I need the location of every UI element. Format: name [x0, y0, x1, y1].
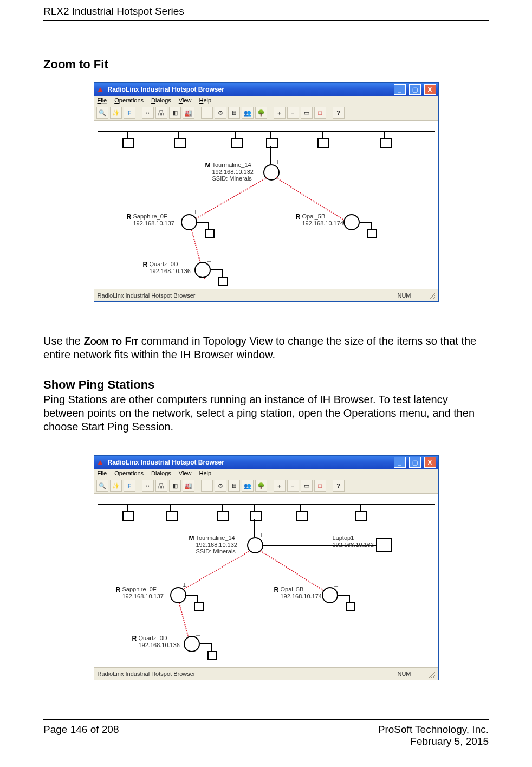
- topology-canvas[interactable]: ⟂ M Tourmaline_14 192.168.10.132 SSID: M…: [94, 121, 438, 289]
- label-master: Tourmaline_14 192.168.10.132 SSID: Miner…: [196, 534, 245, 555]
- node-sapphire[interactable]: [170, 587, 186, 603]
- page-header: RLX2 Industrial Hotspot Series: [43, 5, 489, 21]
- menu-help[interactable]: Help: [199, 97, 211, 104]
- menu-dialogs[interactable]: Dialogs: [151, 97, 171, 104]
- tool-wand-icon[interactable]: ✨: [110, 480, 122, 492]
- ping-description: Ping Stations are other computers runnin…: [43, 393, 489, 434]
- role-sapphire: R: [127, 213, 132, 221]
- label-master: Tourmaline_14 192.168.10.132 SSID: Miner…: [212, 162, 261, 182]
- node-opal[interactable]: [343, 214, 360, 230]
- resize-grip-icon[interactable]: [427, 292, 435, 299]
- menubar: File Operations Dialogs View Help: [94, 469, 438, 478]
- window-title: RadioLinx Industrial Hotspot Browser: [108, 86, 224, 93]
- tool-help-icon[interactable]: ?: [333, 107, 345, 119]
- tool-tree-icon[interactable]: 🌳: [255, 107, 267, 119]
- menu-view[interactable]: View: [179, 97, 192, 104]
- maximize-button[interactable]: ▢: [409, 84, 421, 95]
- section-title-zoom: Zoom to Fit: [43, 57, 489, 72]
- tool-zoomin-icon[interactable]: ＋: [274, 107, 286, 119]
- label-sapphire: Sapphire_0E 192.168.10.137: [133, 213, 179, 227]
- tool-zoomin-icon[interactable]: ＋: [274, 480, 286, 492]
- status-num: NUM: [397, 671, 411, 677]
- antenna-icon: ⟂: [193, 209, 197, 215]
- statusbar: RadioLinx Industrial Hotspot Browser NUM: [94, 667, 438, 680]
- app-icon: [98, 87, 103, 92]
- antenna-icon: ⟂: [196, 630, 200, 637]
- tool-node-icon[interactable]: ◧: [169, 480, 181, 492]
- menu-operations[interactable]: Operations: [114, 470, 144, 476]
- toolbar: 🔍 ✨ F ↔ 品 ◧ 🏭 ≡ ⚙ 🖥 👥 🌳 ＋ － ▭ □: [94, 478, 438, 494]
- tool-binoculars-icon[interactable]: 🔍: [96, 107, 108, 119]
- antenna-icon: ⟂: [276, 159, 280, 165]
- tool-connect-icon[interactable]: ↔: [142, 480, 154, 492]
- tool-monitor-icon[interactable]: 🖥: [228, 480, 240, 492]
- app-window-2: RadioLinx Industrial Hotspot Browser _ ▢…: [94, 455, 439, 680]
- tool-factory-icon[interactable]: 🏭: [183, 107, 194, 119]
- status-text: RadioLinx Industrial Hotspot Browser: [98, 671, 196, 677]
- tool-wand-icon[interactable]: ✨: [110, 107, 122, 119]
- menubar: File Operations Dialogs View Help: [94, 96, 438, 105]
- role-master: M: [189, 534, 194, 542]
- tool-flag-icon[interactable]: F: [124, 480, 135, 492]
- node-sapphire[interactable]: [181, 214, 197, 230]
- tool-zoomfit-icon[interactable]: ▭: [301, 480, 313, 492]
- menu-operations[interactable]: Operations: [114, 97, 144, 104]
- window-title: RadioLinx Industrial Hotspot Browser: [108, 459, 224, 466]
- antenna-icon: ⟂: [356, 209, 360, 215]
- tool-zoomout-icon[interactable]: －: [287, 107, 299, 119]
- zoom-description: Use the Zoom to Fit command in Topology …: [43, 334, 489, 362]
- close-button[interactable]: X: [424, 457, 436, 468]
- tool-list-icon[interactable]: ≡: [201, 107, 213, 119]
- role-opal: R: [274, 586, 279, 594]
- window-titlebar[interactable]: RadioLinx Industrial Hotspot Browser _ ▢…: [94, 456, 438, 469]
- window-titlebar[interactable]: RadioLinx Industrial Hotspot Browser _ ▢…: [94, 83, 438, 96]
- tool-flag-icon[interactable]: F: [124, 107, 135, 119]
- tool-binoculars-icon[interactable]: 🔍: [96, 480, 108, 492]
- tool-users-icon[interactable]: 👥: [242, 480, 254, 492]
- tool-list-icon[interactable]: ≡: [201, 480, 213, 492]
- node-opal[interactable]: [322, 587, 338, 603]
- role-quartz: R: [143, 261, 148, 268]
- footer-company: ProSoft Technology, Inc.: [378, 724, 489, 735]
- menu-file[interactable]: File: [98, 470, 107, 476]
- maximize-button[interactable]: ▢: [409, 457, 421, 468]
- minimize-button[interactable]: _: [394, 84, 406, 95]
- tool-new-icon[interactable]: □: [314, 107, 326, 119]
- tool-connect-icon[interactable]: ↔: [142, 107, 154, 119]
- tool-new-icon[interactable]: □: [314, 480, 326, 492]
- label-opal: Opal_5B 192.168.10.174: [281, 586, 320, 600]
- node-quartz[interactable]: [184, 636, 200, 652]
- tool-users-icon[interactable]: 👥: [242, 107, 254, 119]
- tool-tree-icon[interactable]: 🌳: [255, 480, 267, 492]
- footer-date: February 5, 2015: [410, 736, 489, 747]
- tool-factory-icon[interactable]: 🏭: [183, 480, 194, 492]
- section-title-ping: Show Ping Stations: [43, 378, 489, 392]
- topology-canvas[interactable]: ⟂ M Tourmaline_14 192.168.10.132 SSID: M…: [94, 494, 438, 667]
- tool-topology-icon[interactable]: ⚙: [215, 107, 226, 119]
- close-button[interactable]: X: [424, 84, 436, 95]
- tool-network-icon[interactable]: 品: [155, 107, 167, 119]
- tool-help-icon[interactable]: ?: [333, 480, 345, 492]
- tool-node-icon[interactable]: ◧: [169, 107, 181, 119]
- minimize-button[interactable]: _: [394, 457, 406, 468]
- role-opal: R: [296, 213, 301, 221]
- tool-monitor-icon[interactable]: 🖥: [228, 107, 240, 119]
- antenna-icon: ⟂: [334, 582, 338, 588]
- status-text: RadioLinx Industrial Hotspot Browser: [98, 292, 196, 299]
- role-quartz: R: [132, 635, 137, 642]
- tool-topology-icon[interactable]: ⚙: [215, 480, 226, 492]
- antenna-icon: ⟂: [183, 582, 186, 588]
- tool-network-icon[interactable]: 品: [155, 480, 167, 492]
- tool-zoomfit-icon[interactable]: ▭: [301, 107, 313, 119]
- toolbar: 🔍 ✨ F ↔ 品 ◧ 🏭 ≡ ⚙ 🖥 👥 🌳 ＋ － ▭ □: [94, 105, 438, 121]
- tool-zoomout-icon[interactable]: －: [287, 480, 299, 492]
- menu-view[interactable]: View: [179, 470, 192, 476]
- menu-help[interactable]: Help: [199, 470, 211, 476]
- statusbar: RadioLinx Industrial Hotspot Browser NUM: [94, 289, 438, 301]
- label-opal: Opal_5B 192.168.10.174: [302, 213, 341, 227]
- menu-dialogs[interactable]: Dialogs: [151, 470, 171, 476]
- menu-file[interactable]: File: [98, 97, 107, 104]
- label-sapphire: Sapphire_0E 192.168.10.137: [122, 586, 168, 600]
- node-quartz[interactable]: [194, 262, 211, 278]
- resize-grip-icon[interactable]: [427, 670, 435, 678]
